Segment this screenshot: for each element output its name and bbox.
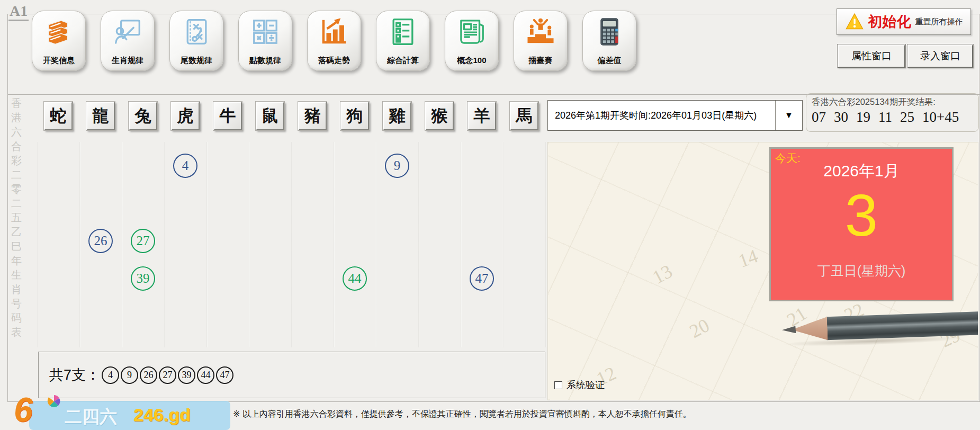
toolbar-button-label: 點數規律 bbox=[239, 56, 292, 66]
zodiac-button-2[interactable]: 龍 bbox=[86, 102, 115, 130]
entry-window-button[interactable]: 录入窗口 bbox=[907, 44, 973, 68]
today-calendar-card: 今天: 2026年1月 3 丁丑日(星期六) bbox=[769, 147, 954, 301]
vertical-title-char: 六 bbox=[11, 125, 22, 139]
zodiac-button-11[interactable]: 羊 bbox=[467, 102, 496, 130]
zodiac-button-9[interactable]: 雞 bbox=[383, 102, 411, 130]
system-check-checkbox[interactable] bbox=[554, 381, 562, 389]
zodiac-button-4[interactable]: 虎 bbox=[171, 102, 200, 130]
watermark-logo: 6 bbox=[14, 393, 33, 427]
grid-column-separator bbox=[206, 142, 208, 347]
grid-column-separator bbox=[376, 142, 377, 347]
vertical-title-char: 巳 bbox=[11, 239, 22, 254]
result-number: 30 bbox=[834, 109, 848, 126]
grid-column-separator bbox=[37, 142, 38, 347]
toolbar-button-3[interactable]: 尾数规律 bbox=[169, 11, 223, 71]
calendar-day: 3 bbox=[771, 183, 952, 248]
toolbar-button-8[interactable]: 擂臺賽 bbox=[514, 11, 568, 71]
toolbar-button-2[interactable]: 生肖规律 bbox=[101, 11, 155, 71]
app-window: A1 开奖信息生肖规律尾数规律點數規律落碼走勢綜合計算概念100擂臺賽偏差值 初… bbox=[0, 0, 980, 430]
disclaimer-text: ※ 以上內容引用香港六合彩資料，僅提供參考，不保證其正確性，閱覽者若用於投資宜審… bbox=[233, 409, 691, 420]
toolbar-button-5[interactable]: 落碼走勢 bbox=[307, 11, 361, 71]
tactics-icon bbox=[181, 16, 212, 47]
grid-column-separator bbox=[164, 142, 165, 347]
podium-icon bbox=[525, 16, 556, 47]
vertical-title-char: 合 bbox=[11, 139, 22, 154]
zodiac-button-1[interactable]: 蛇 bbox=[44, 102, 73, 130]
toolbar-button-label: 生肖规律 bbox=[101, 56, 154, 66]
system-check-label: 系统验证 bbox=[567, 379, 605, 391]
checklist-icon bbox=[388, 16, 418, 47]
zodiac-button-3[interactable]: 兔 bbox=[129, 102, 157, 130]
vertical-title-char: 乙 bbox=[11, 225, 22, 239]
property-window-button[interactable]: 属性窗口 bbox=[838, 44, 905, 68]
vertical-title-char: 香 bbox=[11, 96, 22, 111]
result-number: 19 bbox=[856, 109, 870, 126]
system-check-row: 系统验证 bbox=[554, 379, 605, 391]
zodiac-button-10[interactable]: 猴 bbox=[425, 102, 454, 130]
result-number: 25 bbox=[900, 109, 914, 126]
toolbar-button-7[interactable]: 概念100 bbox=[445, 11, 499, 71]
toolbar-button-label: 尾数规律 bbox=[170, 56, 223, 66]
vertical-title-char: 号 bbox=[11, 297, 22, 311]
grid-column-separator bbox=[503, 142, 504, 347]
grid-column-separator bbox=[249, 142, 250, 347]
toolbar-button-label: 落碼走勢 bbox=[308, 56, 361, 66]
grid-column-separator bbox=[334, 142, 335, 347]
initialize-button[interactable]: 初始化 重置所有操作 bbox=[837, 8, 971, 35]
toolbar-button-1[interactable]: 开奖信息 bbox=[32, 11, 86, 71]
vertical-title-char: 生 bbox=[11, 268, 22, 282]
summary-box: 共7支： 492627394447 bbox=[38, 352, 545, 398]
warning-icon bbox=[845, 13, 864, 31]
summary-number-circle: 26 bbox=[140, 366, 157, 384]
vertical-title-char: 二 bbox=[11, 196, 22, 211]
watermark-domain: 246.gd bbox=[133, 405, 191, 425]
result-special-number: +45 bbox=[937, 109, 959, 126]
pinwheel-icon bbox=[47, 394, 61, 409]
pencil-lead-point bbox=[782, 326, 796, 334]
zodiac-button-8[interactable]: 狗 bbox=[340, 102, 369, 130]
toolbar-button-4[interactable]: 點數規律 bbox=[238, 11, 292, 71]
zodiac-button-6[interactable]: 鼠 bbox=[256, 102, 284, 130]
vertical-title-char: 彩 bbox=[11, 154, 22, 168]
vertical-title-char: 表 bbox=[11, 325, 22, 339]
number-mark: 39 bbox=[131, 266, 155, 291]
summary-number-circle: 27 bbox=[159, 366, 176, 384]
toolbar-button-9[interactable]: 偏差值 bbox=[582, 11, 636, 71]
toolbar-button-label: 偏差值 bbox=[583, 56, 636, 66]
watermark-name: 二四六 bbox=[65, 405, 117, 429]
summary-number-circle: 44 bbox=[197, 366, 214, 384]
math-ops-icon bbox=[250, 16, 281, 47]
pencil-wood-tip bbox=[791, 317, 828, 341]
newspaper-icon bbox=[456, 16, 487, 47]
vertical-title-char: 二 bbox=[11, 168, 22, 182]
zodiac-button-12[interactable]: 馬 bbox=[510, 102, 538, 130]
number-mark: 4 bbox=[173, 154, 197, 178]
result-number: 11 bbox=[878, 109, 892, 126]
calendar-day-detail: 丁丑日(星期六) bbox=[771, 262, 952, 280]
initialize-label: 初始化 bbox=[868, 12, 911, 31]
zodiac-button-5[interactable]: 牛 bbox=[213, 102, 242, 130]
toolbar-button-6[interactable]: 綜合計算 bbox=[376, 11, 430, 71]
grid-column-separator bbox=[418, 142, 419, 347]
summary-number-circle: 4 bbox=[102, 366, 119, 384]
vertical-title-char: 年 bbox=[11, 254, 22, 268]
summary-number-circle: 39 bbox=[178, 366, 195, 384]
toolbar-button-label: 概念100 bbox=[445, 56, 498, 66]
period-dropdown-value: 2026年第1期开奖时间:2026年01月03日(星期六) bbox=[548, 101, 775, 130]
result-number: 07 bbox=[812, 109, 826, 126]
bar-chart-icon bbox=[319, 16, 349, 47]
last-result-numbers: 073019112510+45 bbox=[812, 109, 973, 126]
vertical-title-char: 肖 bbox=[11, 282, 22, 297]
period-dropdown[interactable]: 2026年第1期开奖时间:2026年01月03日(星期六) ▼ bbox=[547, 100, 803, 131]
vertical-title-char: 五 bbox=[11, 211, 22, 225]
books-icon bbox=[43, 16, 74, 47]
zodiac-button-7[interactable]: 豬 bbox=[298, 102, 327, 130]
chevron-down-icon: ▼ bbox=[775, 101, 802, 130]
number-mark: 47 bbox=[470, 266, 494, 291]
grid-column-separator bbox=[291, 142, 292, 347]
left-vertical-title: 香港六合彩二零二五乙巳年生肖号码表 bbox=[8, 96, 25, 339]
toolbar-button-label: 开奖信息 bbox=[32, 56, 85, 66]
summary-prefix: 共7支： bbox=[49, 365, 100, 384]
summary-number-circle: 9 bbox=[121, 366, 138, 384]
number-mark: 27 bbox=[131, 229, 155, 253]
